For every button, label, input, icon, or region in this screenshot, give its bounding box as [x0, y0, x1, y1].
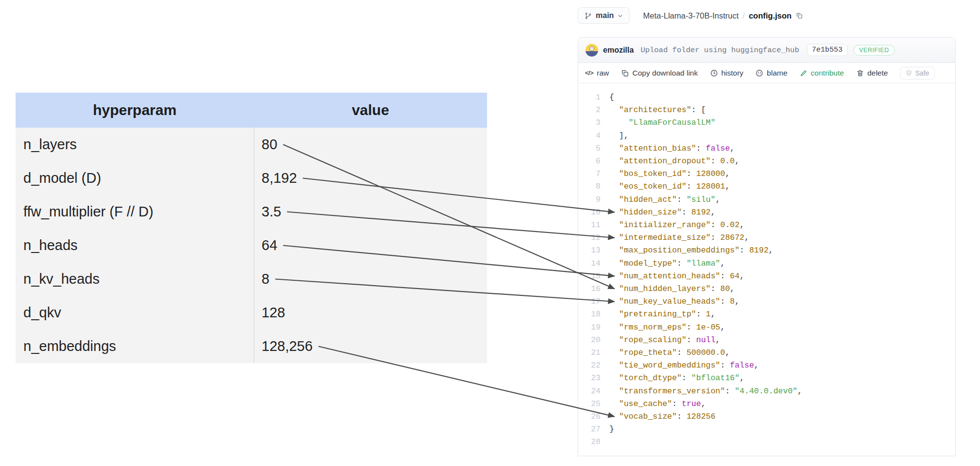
code-line: 4 ], [578, 130, 955, 142]
table-header-hyperparam: hyperparam [16, 102, 254, 118]
verified-badge[interactable]: VERIFIED [853, 45, 895, 56]
code-line-content: "tie_word_embeddings": false, [609, 359, 759, 372]
code-line: 25 "use_cache": true, [578, 398, 955, 410]
copy-download-link-button[interactable]: Copy download link [621, 69, 697, 78]
copy-filename-icon[interactable] [796, 12, 803, 19]
param-cell: d_model (D) [16, 170, 254, 186]
line-number[interactable]: 7 [578, 168, 601, 180]
code-line: 24 "transformers_version": "4.40.0.dev0"… [578, 385, 955, 398]
value-cell: 8 [254, 262, 487, 296]
line-number[interactable]: 22 [578, 359, 601, 372]
file-box: emozilla Upload folder using huggingface… [578, 37, 956, 456]
hf-file-viewer: main Meta-Llama-3-70B-Instruct / config.… [578, 6, 956, 456]
hyperparam-table: hyperparam value n_layers80d_model (D)8,… [16, 93, 487, 363]
code-line-content: "initializer_range": 0.02, [609, 219, 744, 232]
code-line-content: { [609, 91, 614, 104]
blame-face-icon [755, 69, 763, 77]
line-number[interactable]: 5 [578, 142, 601, 155]
file-toolbar: </> raw Copy download link history blam [578, 63, 955, 83]
line-number[interactable]: 4 [578, 130, 601, 142]
copy-icon [621, 69, 629, 77]
commit-author[interactable]: emozilla [603, 46, 634, 55]
table-row: d_model (D)8,192 [16, 161, 487, 195]
value-text: 64 [262, 237, 277, 253]
line-number[interactable]: 19 [578, 321, 601, 334]
line-number[interactable]: 21 [578, 347, 601, 359]
param-cell: ffw_multiplier (F // D) [16, 204, 254, 220]
code-line: 14 "model_type": "llama", [578, 257, 955, 270]
table-body: n_layers80d_model (D)8,192ffw_multiplier… [16, 128, 487, 363]
line-number[interactable]: 9 [578, 194, 601, 206]
trash-icon [856, 69, 864, 77]
safe-badge[interactable]: Safe [900, 67, 935, 79]
param-cell: n_kv_heads [16, 271, 254, 287]
table-row: n_heads64 [16, 229, 487, 262]
line-number[interactable]: 16 [578, 283, 601, 295]
code-line: 27} [578, 423, 955, 436]
history-button[interactable]: history [710, 69, 744, 78]
code-line: 9 "hidden_act": "silu", [578, 194, 955, 206]
code-line: 3 "LlamaForCausalLM" [578, 116, 955, 129]
contribute-label: contribute [811, 69, 844, 78]
code-line-content: "num_key_value_heads": 8, [609, 295, 739, 308]
value-cell: 128,256 [254, 330, 487, 363]
raw-button[interactable]: </> raw [585, 69, 609, 78]
line-number[interactable]: 15 [578, 270, 601, 283]
blame-button[interactable]: blame [755, 69, 787, 78]
code-line: 2 "architectures": [ [578, 104, 955, 116]
pencil-icon [800, 69, 808, 77]
line-number[interactable]: 2 [578, 104, 601, 116]
contribute-button[interactable]: contribute [800, 69, 844, 78]
line-number[interactable]: 25 [578, 398, 601, 410]
line-number[interactable]: 24 [578, 385, 601, 398]
chevron-down-icon [618, 13, 623, 19]
breadcrumb-repo-link[interactable]: Meta-Llama-3-70B-Instruct [643, 11, 738, 20]
delete-button[interactable]: delete [856, 69, 888, 78]
line-number[interactable]: 3 [578, 116, 601, 129]
line-number[interactable]: 10 [578, 206, 601, 219]
code-line: 16 "num_hidden_layers": 80, [578, 283, 955, 295]
commit-bar: emozilla Upload folder using huggingface… [578, 38, 955, 63]
code-line-content: "torch_dtype": "bfloat16", [609, 372, 744, 385]
line-number[interactable]: 8 [578, 180, 601, 193]
code-line: 22 "tie_word_embeddings": false, [578, 359, 955, 372]
git-branch-icon [584, 12, 592, 19]
history-label: history [721, 69, 744, 78]
line-number[interactable]: 20 [578, 334, 601, 347]
blame-label: blame [767, 69, 787, 78]
value-text: 80 [262, 136, 277, 153]
code-line-content: "use_cache": true, [609, 398, 706, 410]
code-line: 20 "rope_scaling": null, [578, 334, 955, 347]
code-line: 10 "hidden_size": 8192, [578, 206, 955, 219]
line-number[interactable]: 26 [578, 410, 601, 423]
value-text: 3.5 [262, 204, 281, 220]
line-number[interactable]: 14 [578, 257, 601, 270]
table-header-row: hyperparam value [16, 93, 487, 128]
code-line-content: ], [609, 130, 629, 142]
line-number[interactable]: 11 [578, 219, 601, 232]
code-icon: </> [585, 69, 593, 77]
commit-hash[interactable]: 7e1b553 [807, 44, 848, 56]
code-line-content: "vocab_size": 128256 [609, 410, 716, 423]
value-cell: 3.5 [254, 195, 487, 229]
copy-download-link-label: Copy download link [632, 69, 697, 78]
avatar[interactable] [585, 44, 598, 57]
line-number[interactable]: 6 [578, 155, 601, 168]
line-number[interactable]: 17 [578, 295, 601, 308]
line-number[interactable]: 1 [578, 91, 601, 104]
code-line-content: "bos_token_id": 128000, [609, 168, 730, 180]
code-line: 23 "torch_dtype": "bfloat16", [578, 372, 955, 385]
branch-selector[interactable]: main [578, 7, 630, 24]
line-number[interactable]: 23 [578, 372, 601, 385]
code-line: 28 [578, 436, 955, 448]
line-number[interactable]: 28 [578, 436, 601, 448]
param-cell: n_layers [16, 136, 254, 153]
code-line-content: "hidden_size": 8192, [609, 206, 716, 219]
code-line-content: "eos_token_id": 128001, [609, 180, 730, 193]
line-number[interactable]: 18 [578, 308, 601, 321]
raw-label: raw [597, 69, 609, 78]
value-text: 8 [262, 271, 269, 287]
line-number[interactable]: 27 [578, 423, 601, 436]
line-number[interactable]: 13 [578, 244, 601, 257]
line-number[interactable]: 12 [578, 232, 601, 244]
